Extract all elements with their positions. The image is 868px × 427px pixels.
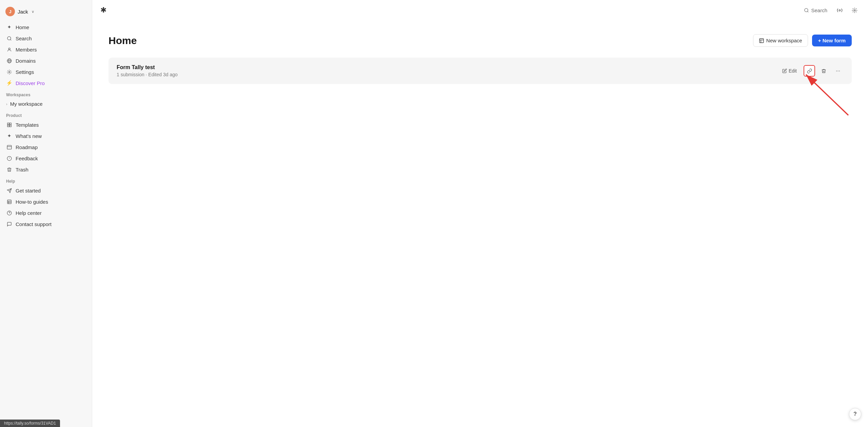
edit-icon [782, 68, 787, 73]
svg-point-32 [837, 70, 838, 71]
page-content: Home New workspace + New form Form Tally… [92, 21, 868, 427]
new-form-button[interactable]: + New form [812, 35, 852, 46]
svg-point-27 [854, 9, 855, 11]
statusbar: https://tally.so/forms/31VAD1 [0, 420, 60, 427]
page-title: Home [108, 35, 137, 46]
help-section-label: Help [0, 175, 92, 185]
get-started-icon [6, 187, 12, 194]
sidebar-item-label: Discover Pro [16, 80, 45, 86]
sidebar-item-label: Settings [16, 69, 34, 75]
annotation-arrow [753, 54, 862, 122]
sidebar-item-domains[interactable]: Domains [3, 55, 89, 66]
chevron-right-icon: › [6, 102, 7, 106]
svg-line-25 [808, 11, 809, 12]
sidebar-item-roadmap[interactable]: Roadmap [3, 142, 89, 152]
help-label: ? [853, 411, 857, 417]
svg-rect-10 [9, 125, 11, 127]
svg-rect-28 [760, 39, 764, 43]
help-center-icon [6, 210, 12, 216]
home-icon: ✦ [6, 24, 12, 30]
search-icon [804, 8, 809, 13]
sidebar-item-label: What's new [16, 133, 42, 139]
topbar-search-button[interactable]: Search [801, 6, 830, 15]
sidebar-item-templates[interactable]: Templates [3, 119, 89, 130]
sidebar-item-label: Feedback [16, 156, 38, 161]
integrations-button[interactable] [834, 5, 845, 16]
sidebar-item-whats-new[interactable]: ✦ What's new [3, 130, 89, 141]
integrations-icon [837, 7, 843, 13]
sidebar-item-label: How-to guides [16, 199, 48, 205]
settings-icon [6, 69, 12, 75]
svg-point-31 [836, 70, 837, 71]
workspace-icon [759, 38, 764, 43]
chevron-down-icon: ∨ [32, 9, 34, 14]
svg-rect-11 [7, 145, 12, 149]
link-button[interactable] [804, 65, 815, 77]
svg-rect-18 [7, 200, 11, 203]
svg-point-26 [839, 9, 840, 11]
sidebar-item-label: Search [16, 36, 32, 41]
topbar-left: ✱ [100, 6, 106, 15]
user-name: Jack [18, 9, 28, 15]
form-card-actions: Edit [778, 65, 844, 77]
svg-point-24 [805, 8, 808, 12]
sidebar-item-how-to-guides[interactable]: How-to guides [3, 196, 89, 207]
avatar: J [5, 7, 15, 16]
sidebar-item-discover-pro[interactable]: ⚡ Discover Pro [3, 78, 89, 88]
form-card: Form Tally test 1 submission · Edited 3d… [108, 58, 852, 84]
statusbar-url: https://tally.so/forms/31VAD1 [4, 421, 56, 426]
sidebar-item-my-workspace[interactable]: › My workspace [3, 99, 89, 109]
workspaces-section-label: Workspaces [0, 88, 92, 99]
new-workspace-button[interactable]: New workspace [753, 34, 808, 47]
user-menu[interactable]: J Jack ∨ [0, 4, 92, 22]
topbar: ✱ Search [92, 0, 868, 21]
edit-button[interactable]: Edit [778, 66, 801, 76]
sidebar-item-label: Contact support [16, 221, 52, 227]
svg-point-33 [839, 70, 840, 71]
more-icon [835, 68, 841, 74]
sidebar-item-get-started[interactable]: Get started [3, 185, 89, 196]
svg-rect-8 [9, 123, 11, 124]
more-button[interactable] [832, 65, 844, 77]
sidebar-item-label: Trash [16, 167, 28, 172]
svg-point-2 [8, 48, 10, 49]
svg-point-6 [8, 71, 10, 73]
sidebar-item-feedback[interactable]: Feedback [3, 153, 89, 164]
sidebar-item-members[interactable]: Members [3, 44, 89, 55]
sidebar-item-search[interactable]: Search [3, 33, 89, 44]
help-button[interactable]: ? [849, 408, 861, 420]
sidebar-item-trash[interactable]: Trash [3, 164, 89, 175]
settings-button[interactable] [849, 5, 860, 16]
workspace-label: My workspace [10, 101, 43, 107]
svg-point-0 [7, 36, 11, 40]
trash-icon [6, 166, 12, 172]
sidebar-item-label: Roadmap [16, 144, 38, 150]
sidebar-item-help-center[interactable]: Help center [3, 207, 89, 218]
svg-line-35 [806, 75, 848, 115]
new-workspace-label: New workspace [766, 38, 802, 43]
page-header: Home New workspace + New form [108, 34, 852, 47]
product-nav: Templates ✦ What's new Roadmap Feedback … [0, 119, 92, 175]
templates-icon [6, 122, 12, 128]
edit-label: Edit [789, 68, 797, 74]
sidebar-item-contact-support[interactable]: Contact support [3, 219, 89, 229]
sidebar-item-label: Get started [16, 188, 41, 194]
sidebar-item-settings[interactable]: Settings [3, 66, 89, 77]
domains-icon [6, 58, 12, 64]
sidebar-item-home[interactable]: ✦ Home [3, 22, 89, 33]
members-icon [6, 46, 12, 53]
topbar-right: Search [801, 5, 860, 16]
whats-new-icon: ✦ [6, 133, 12, 139]
main-wrapper: ✱ Search Home [92, 0, 868, 427]
delete-button[interactable] [818, 65, 829, 77]
main-content: ✱ Search Home [92, 0, 868, 427]
sidebar-item-label: Members [16, 47, 37, 53]
product-section-label: Product [0, 109, 92, 119]
feedback-icon [6, 155, 12, 161]
roadmap-icon [6, 144, 12, 150]
svg-rect-9 [7, 125, 9, 127]
form-card-title: Form Tally test [117, 64, 178, 70]
lightning-icon: ⚡ [6, 80, 12, 86]
svg-line-1 [10, 39, 11, 40]
link-icon [807, 68, 812, 74]
